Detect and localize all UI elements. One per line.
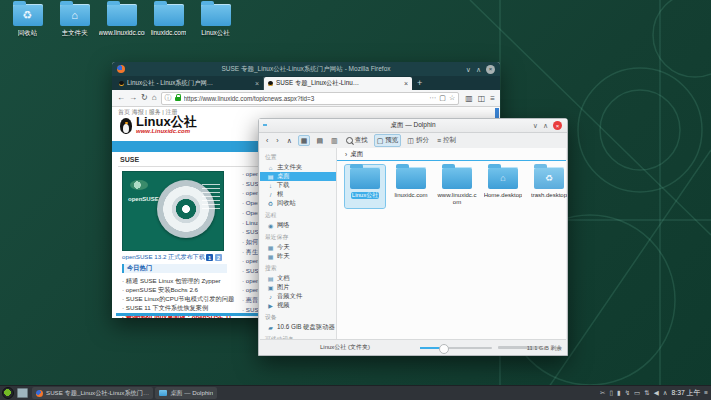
tab-close-icon[interactable]: × — [404, 80, 408, 87]
find-button[interactable]: 查找 — [344, 135, 370, 146]
reload-icon[interactable]: ↻ — [141, 94, 148, 102]
tab-linux-gongshe[interactable]: Linux公社 - Linux系统门户网… × — [115, 77, 264, 90]
lock-icon — [175, 97, 181, 101]
desktop-icon-home[interactable]: ⌂ 主文件夹 — [51, 4, 98, 38]
app-launcher-icon[interactable] — [2, 387, 14, 399]
tray-expander-icon[interactable]: ∧ — [663, 390, 668, 397]
library-icon[interactable]: ▥ — [465, 94, 473, 103]
site-info-icon[interactable]: ⓘ — [165, 93, 172, 103]
compact-view-button[interactable]: ▤ — [314, 136, 325, 145]
forward-icon[interactable]: → — [129, 94, 137, 102]
firefox-titlebar[interactable]: SUSE 专题_Linux公社-Linux系统门户网站 - Mozilla Fi… — [112, 62, 500, 76]
place-desktop[interactable]: ▤桌面 — [260, 172, 336, 181]
clock[interactable]: 8:37 上午 — [671, 388, 700, 398]
desktop-icon-trash[interactable]: ♻ 回收站 — [4, 4, 51, 38]
folder-icon: ⌂ — [488, 167, 518, 189]
file-home-desktop[interactable]: ⌂ Home.desktop — [483, 165, 523, 208]
bookmark-star-icon[interactable]: ☆ — [449, 94, 455, 102]
opensuse-banner-image[interactable]: openSUSE — [122, 171, 224, 251]
hot-link[interactable]: · SUSE 11 下文件系统恢复案例 — [122, 303, 240, 312]
close-icon[interactable]: × — [553, 121, 562, 130]
dolphin-titlebar[interactable]: 桌面 — Dolphin ∨ ∧ × — [259, 119, 567, 133]
file-www-linuxidc[interactable]: www.linuxidc.com — [437, 165, 477, 208]
file-linuxidc[interactable]: linuxidc.com — [391, 165, 431, 208]
new-tab-button[interactable]: + — [417, 77, 422, 90]
home-icon: ⌂ — [488, 167, 518, 189]
pager-1[interactable]: 1 — [206, 254, 213, 261]
desktop-icon-linuxidc[interactable]: linuxidc.com — [145, 4, 192, 38]
url-bar[interactable]: ⓘ https://www.linuxidc.com/topicnews.asp… — [161, 92, 460, 105]
pager-2[interactable]: 2 — [215, 254, 222, 261]
split-button[interactable]: ◫拆分 — [405, 135, 431, 146]
up-button[interactable]: ∧ — [285, 136, 294, 145]
tab-suse-topic[interactable]: SUSE 专题_Linux公社-Linu… × — [264, 77, 412, 90]
places-header: 位置 — [260, 150, 336, 163]
folder-icon — [442, 167, 472, 189]
display-icon[interactable]: ▭ — [634, 390, 640, 397]
place-videos[interactable]: ▶视频 — [260, 301, 336, 310]
breadcrumb-folder[interactable]: 桌面 — [350, 150, 363, 159]
forward-button[interactable]: › — [274, 136, 280, 145]
page-actions-icon[interactable]: ⋯ — [429, 94, 436, 102]
minimize-icon[interactable]: ∨ — [466, 66, 471, 73]
pocket-icon[interactable]: ▢ — [439, 94, 446, 102]
place-network[interactable]: ◉网络 — [260, 221, 336, 230]
hot-link[interactable]: · 精通 SUSE Linux 包管理的 Zypper — [122, 276, 240, 285]
maximize-icon[interactable]: ∧ — [543, 122, 548, 129]
taskbar-entry-firefox[interactable]: SUSE 专题_Linux公社-Linux系统门… — [32, 387, 153, 399]
favicon — [268, 81, 273, 86]
place-downloads[interactable]: ↓下载 — [260, 181, 336, 190]
icons-view-button[interactable]: ▦ — [298, 135, 311, 146]
close-icon[interactable]: × — [486, 65, 495, 74]
pager-widget[interactable] — [17, 388, 28, 398]
site-logo-subtitle: www.Linuxidc.com — [136, 128, 197, 134]
place-home[interactable]: ⌂主文件夹 — [260, 163, 336, 172]
battery-icon[interactable]: ▮ — [617, 390, 621, 397]
clipboard-icon[interactable]: ▯ — [610, 390, 614, 397]
breadcrumb[interactable]: › 桌面 — [337, 148, 566, 161]
file-linux-gongshe[interactable]: Linux公社 — [345, 165, 385, 208]
file-label: Home.desktop — [484, 192, 523, 199]
back-button[interactable]: ‹ — [264, 136, 270, 145]
banner-caption-text[interactable]: openSUSE 13.2 正式发布下载 — [122, 253, 205, 262]
place-harddrive[interactable]: ▰10.6 GiB 硬盘驱动器 — [260, 323, 336, 332]
details-view-button[interactable]: ▥ — [329, 136, 340, 145]
file-label: Linux公社 — [351, 192, 379, 199]
control-button[interactable]: ≡控制 — [435, 135, 458, 146]
power-icon[interactable]: ↯ — [625, 390, 630, 397]
banner-caption[interactable]: openSUSE 13.2 正式发布下载 1 2 — [122, 253, 222, 262]
zoom-slider[interactable] — [420, 347, 492, 349]
minimize-icon[interactable]: ∨ — [533, 122, 538, 129]
volume-icon[interactable]: ◀ — [654, 390, 659, 397]
hot-link[interactable]: · SUSE Linux的CPU节电模式引发的问题 — [122, 294, 240, 303]
tab-close-icon[interactable]: × — [255, 80, 259, 87]
desktop-icon-linux-gongshe[interactable]: Linux公社 — [192, 4, 239, 38]
file-trash-desktop[interactable]: ♻ trash.desktop — [529, 165, 569, 208]
taskbar-entry-dolphin[interactable]: 桌面 — Dolphin — [155, 387, 217, 399]
place-images[interactable]: ▣图片 — [260, 283, 336, 292]
tab-label: Linux公社 - Linux系统门户网… — [127, 79, 252, 88]
maximize-icon[interactable]: ∧ — [476, 66, 481, 73]
hot-link[interactable]: · openSUSE 安装Bochs 2.6 — [122, 285, 240, 294]
trash-icon: ♻ — [267, 200, 274, 207]
home-icon[interactable]: ⌂ — [152, 94, 157, 102]
back-icon[interactable]: ← — [117, 94, 125, 102]
place-today[interactable]: ▦今天 — [260, 243, 336, 252]
url-text[interactable]: https://www.linuxidc.com/topicnews.aspx?… — [184, 95, 427, 102]
preview-button[interactable]: ▢预览 — [374, 134, 402, 147]
taskbar: SUSE 专题_Linux公社-Linux系统门… 桌面 — Dolphin ✂… — [0, 385, 711, 400]
slider-knob[interactable] — [439, 344, 449, 354]
place-yesterday[interactable]: ▦昨天 — [260, 252, 336, 261]
desktop-icon-www-linuxidc[interactable]: www.linuxidc.com — [98, 4, 145, 38]
menu-icon[interactable]: ≡ — [490, 94, 495, 103]
place-root[interactable]: /根 — [260, 190, 336, 199]
site-logo[interactable]: Linux公社 www.Linuxidc.com — [120, 116, 197, 134]
network-icon[interactable]: ⇅ — [644, 390, 649, 397]
place-documents[interactable]: ▤文档 — [260, 274, 336, 283]
peek-desktop-icon[interactable]: ≡ — [704, 390, 708, 397]
klipper-icon[interactable]: ✂ — [600, 390, 605, 397]
sidebar-toggle-icon[interactable]: ◫ — [478, 94, 486, 103]
desktop-icon-label: linuxidc.com — [151, 29, 187, 36]
place-trash[interactable]: ♻回收站 — [260, 199, 336, 208]
place-audio[interactable]: ♪音频文件 — [260, 292, 336, 301]
